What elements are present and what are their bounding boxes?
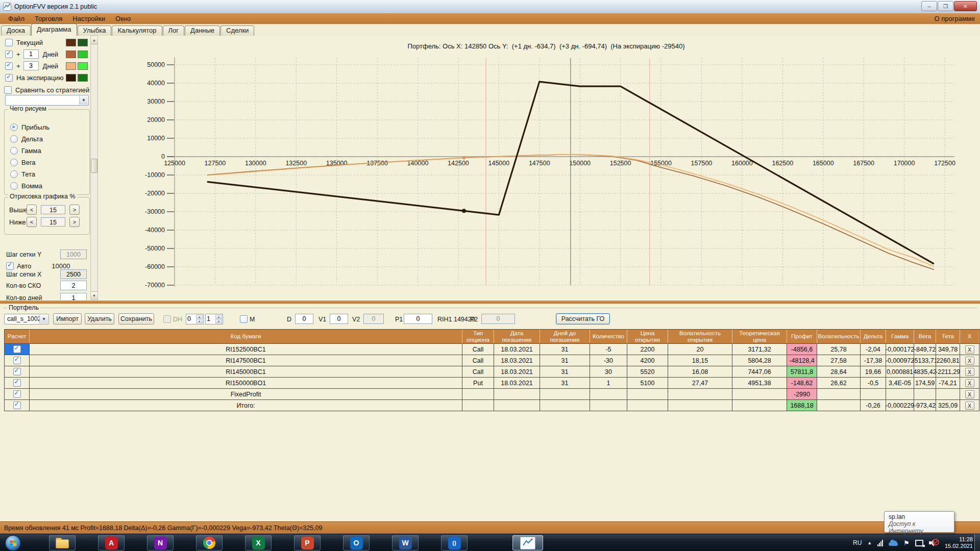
color-swatch-loss[interactable] xyxy=(78,51,88,58)
v1-input[interactable] xyxy=(330,314,348,324)
taskbar-app-powerpoint[interactable]: P xyxy=(294,535,321,550)
series-days-input[interactable] xyxy=(23,61,39,70)
radio-Тета[interactable] xyxy=(10,170,18,178)
row-calc-checkbox[interactable] xyxy=(13,357,21,364)
minimize-button[interactable]: – xyxy=(921,1,937,11)
chevron-down-icon[interactable]: ▼ xyxy=(39,315,48,323)
delete-button[interactable]: Удалить xyxy=(85,313,114,324)
close-button[interactable]: ✕ xyxy=(954,1,977,11)
days-count-input[interactable] xyxy=(60,293,87,300)
tab-4[interactable]: Калькулятор xyxy=(112,26,162,36)
spinner-arrows-icon[interactable]: ▲▼ xyxy=(196,315,203,323)
row-select-cell[interactable] xyxy=(5,400,30,411)
series-checkbox[interactable] xyxy=(5,39,13,46)
taskbar-app-outlook[interactable]: O xyxy=(343,535,370,550)
row-select-cell[interactable] xyxy=(5,366,30,378)
delete-row-button[interactable]: X xyxy=(965,368,974,376)
radio-Вега[interactable] xyxy=(10,159,18,166)
tab-6[interactable]: Данные xyxy=(185,26,220,36)
muted-speaker-icon[interactable] xyxy=(929,539,939,546)
dh-spinner-1[interactable]: 0 ▲▼ xyxy=(186,314,204,324)
menu-item-3[interactable]: Настройки xyxy=(67,14,110,23)
increase-button[interactable]: > xyxy=(69,205,80,215)
taskbar-app-word[interactable]: W xyxy=(392,535,419,550)
save-button[interactable]: Сохранить xyxy=(118,313,154,324)
menu-item-1[interactable]: Файл xyxy=(3,14,30,23)
maximize-button[interactable]: ❐ xyxy=(938,1,953,11)
sidebar-scrollbar[interactable]: ▲ ▼ xyxy=(90,36,98,300)
row-calc-checkbox[interactable] xyxy=(13,390,21,398)
start-button[interactable] xyxy=(5,535,21,551)
m-checkbox[interactable] xyxy=(240,315,248,323)
panel-splitter[interactable] xyxy=(0,300,980,304)
scroll-down-icon[interactable]: ▼ xyxy=(91,291,97,299)
taskbar-app-excel[interactable]: X xyxy=(245,535,272,550)
color-swatch-profit[interactable] xyxy=(66,39,76,46)
tab-3[interactable]: Улыбка xyxy=(78,26,112,36)
color-swatch-profit[interactable] xyxy=(66,62,76,70)
taskbar-app-chrome[interactable] xyxy=(196,535,223,550)
series-days-input[interactable] xyxy=(23,49,39,59)
row-calc-checkbox[interactable] xyxy=(13,402,21,409)
decrease-button[interactable]: < xyxy=(27,217,37,227)
radio-Дельта[interactable] xyxy=(10,135,18,143)
onedrive-icon[interactable] xyxy=(889,542,898,546)
spinner-arrows-icon[interactable]: ▲▼ xyxy=(215,315,222,323)
tab-5[interactable]: Лог xyxy=(163,26,185,36)
tab-7[interactable]: Сделки xyxy=(220,26,254,36)
taskbar-app-explorer[interactable] xyxy=(49,535,76,550)
delete-row-button[interactable]: X xyxy=(965,379,974,387)
show-desktop-button[interactable] xyxy=(974,534,980,551)
strategy-select[interactable]: ▼ xyxy=(5,95,89,106)
p2-input[interactable] xyxy=(481,314,515,324)
radio-Прибыль[interactable] xyxy=(10,123,18,131)
grid-x-input[interactable] xyxy=(60,269,87,279)
taskbar-app-optionfvv[interactable] xyxy=(512,535,543,550)
taskbar-clock[interactable]: 11:28 15.02.2021 xyxy=(945,536,973,549)
delete-row-button[interactable]: X xyxy=(965,345,974,354)
compare-strategy-checkbox[interactable] xyxy=(4,86,12,94)
color-swatch-loss[interactable] xyxy=(78,39,88,46)
signal-bars-icon[interactable] xyxy=(877,540,883,546)
show-hidden-icons[interactable]: ▲ xyxy=(867,540,872,545)
grid-y-input[interactable] xyxy=(60,249,87,259)
portfolio-select[interactable]: call_s_1002 ▼ xyxy=(4,314,49,324)
p1-input[interactable] xyxy=(404,314,432,324)
profit-chart[interactable]: 50000400003000020000100000-10000-20000-3… xyxy=(117,51,975,302)
menu-item-2[interactable]: Торговля xyxy=(30,14,67,23)
tab-2[interactable]: Диаграмма xyxy=(31,23,77,36)
language-indicator[interactable]: RU xyxy=(853,539,862,546)
network-icon[interactable] xyxy=(915,540,923,546)
delete-row-button[interactable]: X xyxy=(965,357,974,365)
chevron-down-icon[interactable]: ▼ xyxy=(79,96,88,105)
color-swatch-loss[interactable] xyxy=(78,62,88,70)
row-select-cell[interactable] xyxy=(5,344,30,355)
d-input[interactable] xyxy=(295,314,313,324)
v2-input[interactable] xyxy=(363,314,384,324)
taskbar-app-quik[interactable]: () xyxy=(441,535,468,550)
menu-item-4[interactable]: Окно xyxy=(110,14,136,23)
row-select-cell[interactable] xyxy=(5,378,30,389)
dh-spinner-2[interactable]: 1 ▲▼ xyxy=(205,314,223,324)
radio-Гамма[interactable] xyxy=(10,147,18,155)
color-swatch-profit[interactable] xyxy=(66,51,76,58)
color-swatch-profit[interactable] xyxy=(66,74,76,82)
row-calc-checkbox[interactable] xyxy=(13,379,21,387)
action-center-flag-icon[interactable]: ⚑ xyxy=(903,539,910,547)
row-calc-checkbox[interactable] xyxy=(13,368,21,375)
decrease-button[interactable]: < xyxy=(27,205,37,215)
increase-button[interactable]: > xyxy=(69,217,80,227)
delete-row-button[interactable]: X xyxy=(965,402,974,410)
dh-checkbox[interactable] xyxy=(163,315,171,323)
tab-1[interactable]: Доска xyxy=(1,26,31,36)
scrollbar-thumb[interactable] xyxy=(91,159,97,173)
series-checkbox[interactable] xyxy=(5,51,13,58)
calc-go-button[interactable]: Рассчитать ГО xyxy=(556,313,610,324)
sko-count-input[interactable] xyxy=(60,281,87,290)
row-select-cell[interactable] xyxy=(5,389,30,400)
row-select-cell[interactable] xyxy=(5,355,30,366)
import-button[interactable]: Импорт xyxy=(53,313,82,324)
taskbar-app-onenote[interactable]: N xyxy=(147,535,174,550)
row-calc-checkbox[interactable] xyxy=(13,345,21,353)
delete-row-button[interactable]: X xyxy=(965,390,974,398)
